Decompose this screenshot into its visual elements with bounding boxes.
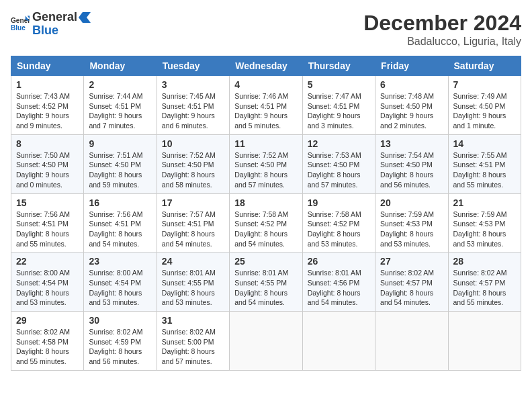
day-info: Sunrise: 7:58 AM Sunset: 4:52 PM Dayligh… [234, 210, 297, 249]
calendar-cell: 2Sunrise: 7:44 AM Sunset: 4:51 PM Daylig… [84, 76, 157, 135]
calendar-cell: 14Sunrise: 7:55 AM Sunset: 4:51 PM Dayli… [448, 134, 521, 193]
day-info: Sunrise: 8:02 AM Sunset: 4:57 PM Dayligh… [453, 268, 516, 308]
logo: General Blue General Blue [11, 11, 91, 38]
day-info: Sunrise: 7:45 AM Sunset: 4:51 PM Dayligh… [162, 91, 224, 131]
calendar-cell [448, 312, 521, 371]
logo-blue-text: Blue [32, 24, 58, 37]
day-number: 3 [162, 79, 224, 90]
calendar-cell: 11Sunrise: 7:52 AM Sunset: 4:50 PM Dayli… [230, 134, 302, 193]
logo-flag-icon [79, 11, 91, 24]
calendar-cell [230, 312, 302, 371]
week-row-2: 8Sunrise: 7:50 AM Sunset: 4:50 PM Daylig… [11, 134, 521, 193]
day-number: 18 [234, 197, 297, 208]
day-info: Sunrise: 7:43 AM Sunset: 4:52 PM Dayligh… [16, 91, 79, 131]
page-header: General Blue General Blue December 2024 … [11, 11, 521, 48]
day-info: Sunrise: 7:46 AM Sunset: 4:51 PM Dayligh… [234, 91, 297, 131]
calendar-cell: 23Sunrise: 8:00 AM Sunset: 4:54 PM Dayli… [84, 253, 157, 312]
day-number: 30 [89, 315, 151, 326]
day-number: 24 [162, 256, 224, 267]
calendar-cell [375, 312, 448, 371]
day-number: 6 [380, 79, 443, 90]
day-number: 4 [234, 79, 297, 90]
calendar-cell: 22Sunrise: 8:00 AM Sunset: 4:54 PM Dayli… [11, 253, 84, 312]
week-row-5: 29Sunrise: 8:02 AM Sunset: 4:58 PM Dayli… [11, 312, 521, 371]
day-number: 5 [308, 79, 370, 90]
day-info: Sunrise: 8:01 AM Sunset: 4:55 PM Dayligh… [234, 268, 297, 308]
day-info: Sunrise: 7:53 AM Sunset: 4:50 PM Dayligh… [308, 150, 370, 190]
day-number: 7 [453, 79, 516, 90]
day-number: 27 [380, 256, 443, 267]
week-row-1: 1Sunrise: 7:43 AM Sunset: 4:52 PM Daylig… [11, 76, 521, 135]
calendar-cell: 18Sunrise: 7:58 AM Sunset: 4:52 PM Dayli… [230, 193, 302, 253]
calendar-cell: 20Sunrise: 7:59 AM Sunset: 4:53 PM Dayli… [375, 193, 448, 253]
calendar-table: SundayMondayTuesdayWednesdayThursdayFrid… [11, 56, 521, 371]
day-info: Sunrise: 7:52 AM Sunset: 4:50 PM Dayligh… [162, 150, 224, 190]
day-info: Sunrise: 7:52 AM Sunset: 4:50 PM Dayligh… [234, 150, 297, 190]
calendar-cell: 10Sunrise: 7:52 AM Sunset: 4:50 PM Dayli… [157, 134, 229, 193]
day-info: Sunrise: 8:00 AM Sunset: 4:54 PM Dayligh… [89, 268, 151, 308]
calendar-cell: 19Sunrise: 7:58 AM Sunset: 4:52 PM Dayli… [302, 193, 375, 253]
day-info: Sunrise: 8:00 AM Sunset: 4:54 PM Dayligh… [16, 268, 79, 308]
day-info: Sunrise: 7:48 AM Sunset: 4:50 PM Dayligh… [380, 91, 443, 131]
day-info: Sunrise: 7:59 AM Sunset: 4:53 PM Dayligh… [380, 210, 443, 249]
day-number: 28 [453, 256, 516, 267]
calendar-cell: 5Sunrise: 7:47 AM Sunset: 4:51 PM Daylig… [302, 76, 375, 135]
day-info: Sunrise: 7:50 AM Sunset: 4:50 PM Dayligh… [16, 150, 79, 190]
day-number: 15 [16, 197, 79, 208]
calendar-cell: 17Sunrise: 7:57 AM Sunset: 4:51 PM Dayli… [157, 193, 229, 253]
calendar-cell: 29Sunrise: 8:02 AM Sunset: 4:58 PM Dayli… [11, 312, 84, 371]
day-info: Sunrise: 8:01 AM Sunset: 4:56 PM Dayligh… [308, 268, 370, 308]
day-info: Sunrise: 7:55 AM Sunset: 4:51 PM Dayligh… [453, 150, 516, 190]
day-info: Sunrise: 7:51 AM Sunset: 4:50 PM Dayligh… [89, 150, 151, 190]
day-number: 8 [16, 138, 79, 149]
calendar-cell: 15Sunrise: 7:56 AM Sunset: 4:51 PM Dayli… [11, 193, 84, 253]
day-info: Sunrise: 7:44 AM Sunset: 4:51 PM Dayligh… [89, 91, 151, 131]
day-info: Sunrise: 8:01 AM Sunset: 4:55 PM Dayligh… [162, 268, 224, 308]
day-info: Sunrise: 7:59 AM Sunset: 4:53 PM Dayligh… [453, 210, 516, 249]
day-info: Sunrise: 8:02 AM Sunset: 4:58 PM Dayligh… [16, 327, 79, 367]
week-row-4: 22Sunrise: 8:00 AM Sunset: 4:54 PM Dayli… [11, 253, 521, 312]
calendar-cell: 1Sunrise: 7:43 AM Sunset: 4:52 PM Daylig… [11, 76, 84, 135]
weekday-header-wednesday: Wednesday [230, 56, 302, 76]
day-number: 14 [453, 138, 516, 149]
day-number: 25 [234, 256, 297, 267]
day-info: Sunrise: 7:56 AM Sunset: 4:51 PM Dayligh… [16, 210, 79, 249]
calendar-cell: 6Sunrise: 7:48 AM Sunset: 4:50 PM Daylig… [375, 76, 448, 135]
calendar-cell: 9Sunrise: 7:51 AM Sunset: 4:50 PM Daylig… [84, 134, 157, 193]
day-number: 29 [16, 315, 79, 326]
weekday-header-tuesday: Tuesday [157, 56, 229, 76]
day-number: 19 [308, 197, 370, 208]
day-number: 12 [308, 138, 370, 149]
weekday-header-monday: Monday [84, 56, 157, 76]
day-number: 22 [16, 256, 79, 267]
day-number: 13 [380, 138, 443, 149]
calendar-cell [302, 312, 375, 371]
day-number: 21 [453, 197, 516, 208]
calendar-cell: 26Sunrise: 8:01 AM Sunset: 4:56 PM Dayli… [302, 253, 375, 312]
day-number: 16 [89, 197, 151, 208]
svg-marker-4 [79, 12, 91, 23]
logo-general-text: General [32, 11, 77, 24]
day-info: Sunrise: 8:02 AM Sunset: 4:57 PM Dayligh… [380, 268, 443, 308]
day-info: Sunrise: 7:49 AM Sunset: 4:50 PM Dayligh… [453, 91, 516, 131]
day-number: 11 [234, 138, 297, 149]
calendar-cell: 24Sunrise: 8:01 AM Sunset: 4:55 PM Dayli… [157, 253, 229, 312]
day-number: 2 [89, 79, 151, 90]
day-info: Sunrise: 7:56 AM Sunset: 4:51 PM Dayligh… [89, 210, 151, 249]
day-info: Sunrise: 8:02 AM Sunset: 4:59 PM Dayligh… [89, 327, 151, 367]
calendar-cell: 31Sunrise: 8:02 AM Sunset: 5:00 PM Dayli… [157, 312, 229, 371]
day-info: Sunrise: 7:54 AM Sunset: 4:50 PM Dayligh… [380, 150, 443, 190]
day-info: Sunrise: 7:47 AM Sunset: 4:51 PM Dayligh… [308, 91, 370, 131]
calendar-cell: 12Sunrise: 7:53 AM Sunset: 4:50 PM Dayli… [302, 134, 375, 193]
calendar-cell: 16Sunrise: 7:56 AM Sunset: 4:51 PM Dayli… [84, 193, 157, 253]
calendar-cell: 21Sunrise: 7:59 AM Sunset: 4:53 PM Dayli… [448, 193, 521, 253]
location: Badalucco, Liguria, Italy [363, 36, 521, 48]
weekday-header-row: SundayMondayTuesdayWednesdayThursdayFrid… [11, 56, 521, 76]
day-info: Sunrise: 8:02 AM Sunset: 5:00 PM Dayligh… [162, 327, 224, 367]
calendar-cell: 28Sunrise: 8:02 AM Sunset: 4:57 PM Dayli… [448, 253, 521, 312]
svg-text:Blue: Blue [11, 24, 26, 32]
day-number: 10 [162, 138, 224, 149]
weekday-header-friday: Friday [375, 56, 448, 76]
day-number: 1 [16, 79, 79, 90]
weekday-header-thursday: Thursday [302, 56, 375, 76]
